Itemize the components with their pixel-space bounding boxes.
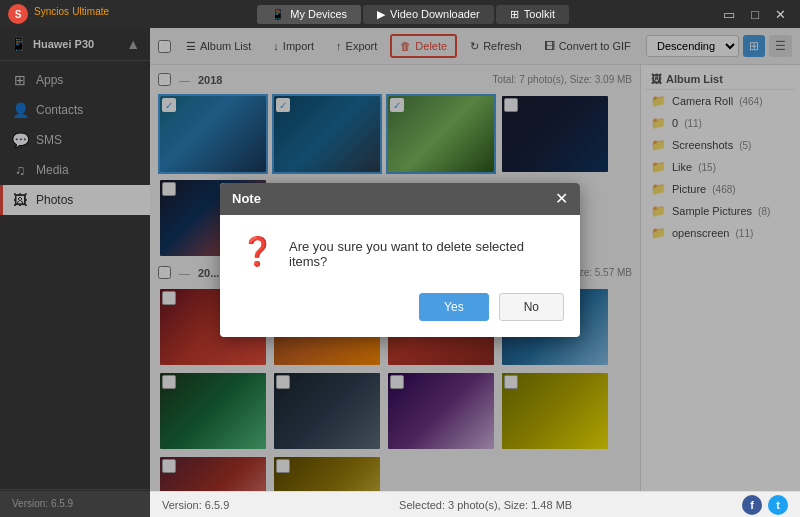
app-title: Syncios Ultimate	[34, 6, 109, 23]
status-bar: Version: 6.5.9 Selected: 3 photo(s), Siz…	[150, 491, 800, 517]
minimize-button[interactable]: ▭	[717, 5, 741, 24]
toolkit-icon: ⊞	[510, 8, 519, 21]
close-button[interactable]: ✕	[769, 5, 792, 24]
nav-video-downloader[interactable]: ▶ Video Downloader	[363, 5, 494, 24]
nav-toolkit[interactable]: ⊞ Toolkit	[496, 5, 569, 24]
modal-yes-button[interactable]: Yes	[419, 293, 489, 321]
maximize-button[interactable]: □	[745, 5, 765, 24]
modal-title: Note	[232, 191, 261, 206]
facebook-button[interactable]: f	[742, 495, 762, 515]
version-label: Version: 6.5.9	[162, 499, 229, 511]
twitter-button[interactable]: t	[768, 495, 788, 515]
modal-header: Note ✕	[220, 183, 580, 215]
title-bar: S Syncios Ultimate 📱 My Devices ▶ Video …	[0, 0, 800, 28]
modal-no-button[interactable]: No	[499, 293, 564, 321]
phone-icon: 📱	[271, 8, 285, 21]
app-logo: S	[8, 4, 28, 24]
nav-my-devices[interactable]: 📱 My Devices	[257, 5, 361, 24]
play-icon: ▶	[377, 8, 385, 21]
window-controls: ▭ □ ✕	[717, 5, 792, 24]
selected-info: Selected: 3 photo(s), Size: 1.48 MB	[399, 499, 572, 511]
social-buttons: f t	[742, 495, 788, 515]
nav-bar: 📱 My Devices ▶ Video Downloader ⊞ Toolki…	[257, 5, 569, 24]
modal-message: Are you sure you want to delete selected…	[289, 235, 560, 269]
note-modal: Note ✕ ❓ Are you sure you want to delete…	[220, 183, 580, 337]
modal-body: ❓ Are you sure you want to delete select…	[220, 215, 580, 285]
modal-close-button[interactable]: ✕	[555, 191, 568, 207]
modal-footer: Yes No	[220, 285, 580, 337]
sidebar-version: Version: 6.5.9	[0, 489, 150, 517]
question-icon: ❓	[240, 235, 275, 268]
modal-overlay: Note ✕ ❓ Are you sure you want to delete…	[0, 28, 800, 491]
